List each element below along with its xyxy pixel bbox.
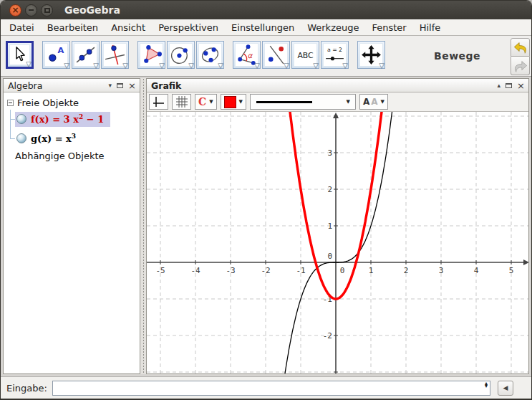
- svg-text:3: 3: [439, 266, 444, 275]
- svg-text:1: 1: [369, 266, 374, 275]
- undo-button[interactable]: [511, 38, 530, 57]
- svg-text:a = 2: a = 2: [327, 47, 342, 53]
- window-controls: ×: [9, 4, 53, 16]
- svg-text:1: 1: [327, 222, 332, 231]
- tool-polygon[interactable]: ▽: [137, 41, 165, 69]
- graphics-panel-title: Grafik: [151, 80, 498, 91]
- axes-icon: [153, 96, 165, 108]
- graphics-menu-icon[interactable]: ▴: [498, 82, 501, 89]
- graphics-canvas[interactable]: -5-4-3-2-1012345-2-10123: [147, 112, 528, 373]
- algebra-panel: Algebra ▾ × Freie Objekte f(x) = 3 x: [3, 78, 140, 374]
- tool-text[interactable]: ABC ▽: [291, 41, 319, 69]
- dependent-objects-node[interactable]: Abhängige Objekte: [4, 148, 140, 163]
- menu-hilfe[interactable]: Hilfe: [413, 22, 448, 33]
- algebra-close-icon[interactable]: ×: [128, 81, 136, 90]
- close-icon: ×: [11, 5, 19, 15]
- undo-redo-group: [511, 38, 530, 75]
- tool-move[interactable]: ▽: [6, 41, 34, 69]
- algebra-tree: Freie Objekte f(x) = 3 x2 − 1 g(x) = x3: [4, 92, 140, 373]
- menu-datei[interactable]: Datei: [3, 22, 41, 33]
- chevron-down-icon: ▼: [381, 99, 385, 105]
- menu-bearbeiten[interactable]: Bearbeiten: [41, 22, 105, 33]
- maximize-icon: [44, 8, 50, 13]
- svg-text:2: 2: [404, 266, 409, 275]
- maximize-window-button[interactable]: [41, 4, 53, 16]
- tool-mirror[interactable]: ▽: [262, 41, 290, 69]
- menu-ansicht[interactable]: Ansicht: [105, 22, 152, 33]
- graphics-close-icon[interactable]: ×: [517, 81, 525, 90]
- chevron-down-icon[interactable]: ▽: [379, 62, 385, 70]
- menu-werkzeuge[interactable]: Werkzeuge: [301, 22, 365, 33]
- chevron-down-icon[interactable]: ▽: [93, 62, 99, 70]
- input-help-arrow-icon: ◀: [503, 384, 508, 391]
- chevron-down-icon[interactable]: ▽: [313, 62, 319, 70]
- collapse-icon[interactable]: [7, 100, 14, 106]
- input-history-spinner[interactable]: ▴ ▾: [485, 382, 488, 389]
- algebra-item-g[interactable]: g(x) = x3: [4, 129, 140, 148]
- graphics-stylebar: C ▼ ▼ ▼ A A ▼: [147, 92, 528, 112]
- tool-move-graphics-view[interactable]: ▽: [357, 41, 385, 69]
- chevron-down-icon[interactable]: ▽: [159, 62, 165, 70]
- chevron-down-icon[interactable]: ▽: [342, 62, 348, 70]
- grid-toggle-button[interactable]: [172, 94, 191, 110]
- graphics-undock-icon[interactable]: [506, 83, 512, 88]
- tool-new-point[interactable]: A ▽: [42, 41, 70, 69]
- chevron-down-icon[interactable]: ▽: [218, 62, 223, 70]
- object-visibility-marble-icon[interactable]: [16, 133, 26, 143]
- tool-slider[interactable]: a = 2 ▽: [321, 41, 349, 69]
- tool-angle[interactable]: α ▽: [233, 41, 261, 69]
- minimize-icon: [29, 9, 34, 11]
- algebra-menu-icon[interactable]: ▾: [109, 82, 112, 89]
- menu-einstellungen[interactable]: Einstellungen: [225, 22, 301, 33]
- chevron-down-icon[interactable]: ▽: [284, 62, 289, 70]
- svg-text:-2: -2: [261, 266, 270, 275]
- font-size-icon: A: [371, 97, 377, 107]
- svg-text:-2: -2: [323, 331, 332, 341]
- chevron-down-icon[interactable]: ▽: [254, 62, 260, 70]
- text-size-button[interactable]: A A ▼: [359, 94, 388, 110]
- tool-perpendicular-line[interactable]: ▽: [101, 41, 129, 69]
- menubar: Datei Bearbeiten Ansicht Perspektiven Ei…: [1, 19, 531, 36]
- svg-text:A: A: [58, 45, 64, 55]
- graphics-view-plot[interactable]: -5-4-3-2-1012345-2-10123: [147, 112, 528, 373]
- algebra-panel-title: Algebra: [8, 80, 109, 91]
- tool-ellipse[interactable]: ▽: [196, 41, 224, 69]
- svg-text:ABC: ABC: [297, 51, 313, 60]
- panel-splitter[interactable]: [140, 78, 146, 374]
- toolbar: ▽ A ▽ ▽ ▽: [1, 36, 531, 77]
- algebra-undock-icon[interactable]: [117, 83, 123, 88]
- close-window-button[interactable]: ×: [9, 4, 21, 16]
- free-objects-node[interactable]: Freie Objekte: [4, 96, 140, 110]
- axes-toggle-button[interactable]: [149, 94, 168, 110]
- tool-line[interactable]: ▽: [72, 41, 100, 69]
- point-capturing-button[interactable]: C ▼: [195, 94, 217, 110]
- chevron-down-icon: ▼: [239, 99, 243, 105]
- line-style-button[interactable]: ▼: [250, 94, 356, 110]
- spinner-down-icon[interactable]: ▾: [485, 385, 488, 389]
- titlebar: × GeoGebra: [1, 1, 531, 19]
- chevron-down-icon[interactable]: ▽: [26, 61, 32, 68]
- chevron-down-icon[interactable]: ▽: [188, 62, 194, 70]
- chevron-down-icon[interactable]: ▽: [122, 62, 128, 70]
- svg-text:0: 0: [327, 252, 332, 261]
- command-input[interactable]: [52, 381, 490, 396]
- input-bar: Eingabe: ▴ ▾ ◀: [1, 376, 531, 399]
- color-button[interactable]: ▼: [221, 94, 246, 110]
- input-help-button[interactable]: ◀: [498, 381, 513, 396]
- color-swatch-icon: [224, 96, 236, 108]
- svg-text:-3: -3: [226, 266, 235, 275]
- grid-icon: [176, 96, 188, 108]
- object-visibility-marble-icon[interactable]: [16, 114, 26, 124]
- function-g-definition: g(x) = x3: [31, 133, 76, 144]
- redo-button[interactable]: [511, 57, 530, 75]
- function-f-definition: f(x) = 3 x2 − 1: [31, 113, 104, 125]
- svg-text:5: 5: [509, 266, 514, 275]
- undo-icon: [513, 39, 528, 55]
- algebra-item-f[interactable]: f(x) = 3 x2 − 1: [4, 110, 140, 129]
- chevron-down-icon[interactable]: ▽: [64, 62, 69, 70]
- redo-icon: [513, 58, 528, 74]
- menu-perspektiven[interactable]: Perspektiven: [152, 22, 225, 33]
- tool-circle[interactable]: ▽: [167, 41, 195, 69]
- menu-fenster[interactable]: Fenster: [365, 22, 412, 33]
- minimize-window-button[interactable]: [25, 4, 37, 16]
